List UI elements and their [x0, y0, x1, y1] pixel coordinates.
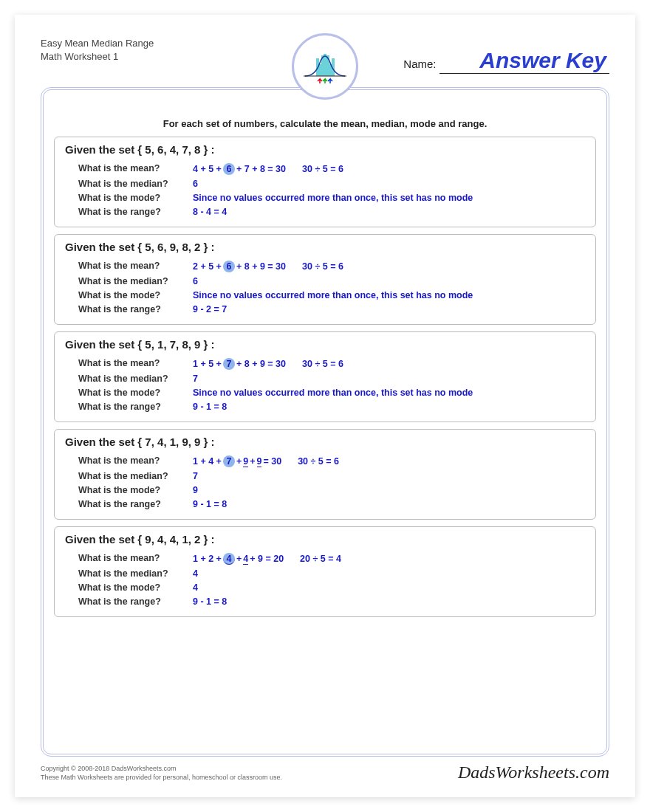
row-median: What is the median?4: [65, 568, 585, 579]
row-mean: What is the mean?1 + 2 + 4 + 4 + 9 = 202…: [65, 553, 585, 565]
row-median: What is the median?6: [65, 276, 585, 286]
answer-range: 9 - 2 = 7: [193, 304, 227, 314]
answer-median: 7: [193, 471, 198, 481]
disclaimer-text: These Math Worksheets are provided for p…: [41, 773, 282, 782]
answer-range: 8 - 4 = 4: [193, 207, 227, 217]
problem-title: Given the set { 5, 6, 4, 7, 8 } :: [65, 143, 585, 156]
problem-title: Given the set { 7, 4, 1, 9, 9 } :: [65, 436, 585, 448]
answer-mode: Since no values occurred more than once,…: [193, 388, 473, 398]
row-mode: What is the mode?9: [65, 485, 585, 495]
label-median: What is the median?: [78, 179, 193, 189]
answer-mode: 9: [193, 485, 198, 495]
row-mean: What is the mean?2 + 5 + 6 + 8 + 9 = 303…: [65, 261, 585, 272]
row-range: What is the range?9 - 1 = 8: [65, 402, 585, 412]
answer-mean: 1 + 2 + 4 + 4 + 9 = 2020 ÷ 5 = 4: [193, 553, 341, 565]
problem-title: Given the set { 5, 1, 7, 8, 9 } :: [65, 338, 585, 351]
answer-median: 4: [193, 568, 198, 579]
problem-box: Given the set { 5, 1, 7, 8, 9 } :What is…: [54, 331, 596, 422]
label-mode: What is the mode?: [78, 193, 193, 203]
answer-key-text: Answer Key: [439, 48, 609, 74]
brand-logo-text: DadsWorksheets.com: [458, 763, 609, 782]
label-median: What is the median?: [78, 471, 193, 481]
problem-box: Given the set { 5, 6, 4, 7, 8 } :What is…: [54, 137, 596, 227]
label-median: What is the median?: [78, 568, 193, 579]
row-mode: What is the mode?Since no values occurre…: [65, 388, 585, 398]
row-mean: What is the mean?1 + 5 + 7 + 8 + 9 = 303…: [65, 358, 585, 370]
answer-mean: 2 + 5 + 6 + 8 + 9 = 3030 ÷ 5 = 6: [193, 261, 343, 272]
title-line-2: Math Worksheet 1: [41, 50, 325, 63]
problems-list: Given the set { 5, 6, 4, 7, 8 } :What is…: [54, 137, 596, 617]
answer-mean: 1 + 5 + 7 + 8 + 9 = 3030 ÷ 5 = 6: [193, 358, 343, 370]
label-range: What is the range?: [78, 402, 193, 412]
row-range: What is the range?9 - 1 = 8: [65, 596, 585, 607]
row-range: What is the range?9 - 2 = 7: [65, 304, 585, 314]
title-line-1: Easy Mean Median Range: [41, 37, 325, 50]
worksheet-page: Easy Mean Median Range Math Worksheet 1: [15, 15, 635, 797]
problem-box: Given the set { 5, 6, 9, 8, 2 } :What is…: [54, 234, 596, 325]
row-mean: What is the mean?1 + 4 + 7 + 9 + 9 = 303…: [65, 455, 585, 467]
answer-mean: 4 + 5 + 6 + 7 + 8 = 3030 ÷ 5 = 6: [193, 163, 343, 175]
label-range: What is the range?: [78, 596, 193, 607]
row-range: What is the range?8 - 4 = 4: [65, 207, 585, 217]
label-mode: What is the mode?: [78, 485, 193, 495]
answer-mode: 4: [193, 582, 198, 593]
answer-range: 9 - 1 = 8: [193, 402, 227, 412]
copyright-text: Copyright © 2008-2018 DadsWorksheets.com: [41, 764, 282, 774]
answer-mode: Since no values occurred more than once,…: [193, 193, 473, 203]
row-median: What is the median?7: [65, 471, 585, 481]
label-mean: What is the mean?: [78, 261, 193, 272]
label-mean: What is the mean?: [78, 163, 193, 175]
problem-box: Given the set { 7, 4, 1, 9, 9 } :What is…: [54, 429, 596, 520]
label-mean: What is the mean?: [78, 455, 193, 467]
label-range: What is the range?: [78, 304, 193, 314]
label-mean: What is the mean?: [78, 553, 193, 565]
answer-median: 6: [193, 276, 198, 286]
name-label: Name:: [403, 58, 436, 70]
answer-range: 9 - 1 = 8: [193, 499, 227, 509]
problem-box: Given the set { 9, 4, 4, 1, 2 } :What is…: [54, 526, 596, 617]
title-block: Easy Mean Median Range Math Worksheet 1: [41, 37, 325, 63]
answer-median: 7: [193, 374, 198, 384]
label-mode: What is the mode?: [78, 388, 193, 398]
row-median: What is the median?7: [65, 374, 585, 384]
problem-title: Given the set { 9, 4, 4, 1, 2 } :: [65, 533, 585, 546]
row-mean: What is the mean?4 + 5 + 6 + 7 + 8 = 303…: [65, 163, 585, 175]
label-mode: What is the mode?: [78, 582, 193, 593]
row-mode: What is the mode?Since no values occurre…: [65, 290, 585, 300]
answer-range: 9 - 1 = 8: [193, 596, 227, 607]
instruction-text: For each set of numbers, calculate the m…: [54, 118, 596, 129]
row-median: What is the median?6: [65, 179, 585, 189]
row-range: What is the range?9 - 1 = 8: [65, 499, 585, 509]
label-range: What is the range?: [78, 499, 193, 509]
copyright-block: Copyright © 2008-2018 DadsWorksheets.com…: [41, 764, 282, 782]
main-frame: For each set of numbers, calculate the m…: [41, 87, 609, 757]
row-mode: What is the mode?Since no values occurre…: [65, 193, 585, 203]
distribution-logo-icon: [292, 33, 358, 100]
label-mode: What is the mode?: [78, 290, 193, 300]
problem-title: Given the set { 5, 6, 9, 8, 2 } :: [65, 241, 585, 253]
answer-median: 6: [193, 179, 198, 189]
label-median: What is the median?: [78, 374, 193, 384]
row-mode: What is the mode?4: [65, 582, 585, 593]
answer-mean: 1 + 4 + 7 + 9 + 9 = 3030 ÷ 5 = 6: [193, 455, 339, 467]
label-median: What is the median?: [78, 276, 193, 286]
name-block: Name: Answer Key: [325, 37, 609, 74]
answer-mode: Since no values occurred more than once,…: [193, 290, 473, 300]
footer: Copyright © 2008-2018 DadsWorksheets.com…: [41, 763, 609, 782]
label-range: What is the range?: [78, 207, 193, 217]
label-mean: What is the mean?: [78, 358, 193, 370]
